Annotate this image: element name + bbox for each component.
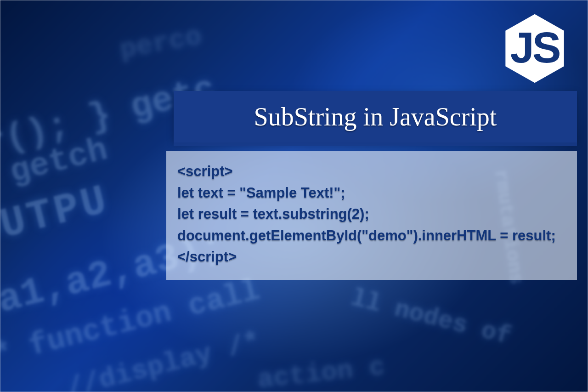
js-logo: JS xyxy=(503,13,567,84)
title-bar: SubString in JavaScript xyxy=(174,91,577,142)
code-line: document.getElementById("demo").innerHTM… xyxy=(177,227,556,244)
code-line: let result = text.substring(2); xyxy=(177,206,369,222)
code-line: </script> xyxy=(177,249,237,265)
title-underline xyxy=(174,142,577,146)
code-line: <script> xyxy=(177,163,233,179)
logo-text: JS xyxy=(510,23,560,72)
code-panel: <script> let text = "Sample Text!"; let … xyxy=(166,151,577,280)
code-block: <script> let text = "Sample Text!"; let … xyxy=(177,161,566,268)
page-title: SubString in JavaScript xyxy=(254,102,497,131)
code-line: let text = "Sample Text!"; xyxy=(177,185,345,201)
